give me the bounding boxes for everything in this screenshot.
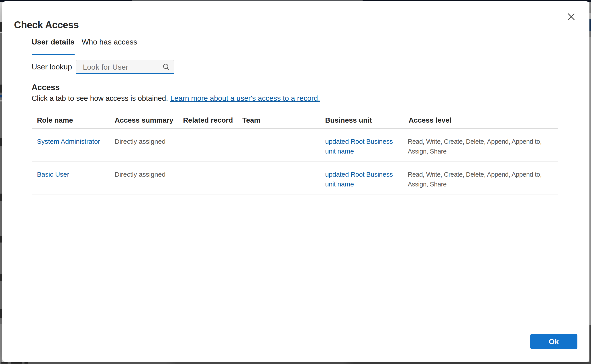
background-fragment [1, 362, 7, 364]
column-header-access-level: Access level [403, 115, 558, 125]
role-name-cell: System Administrator [32, 136, 109, 156]
column-header-role-name: Role name [32, 115, 109, 125]
background-fragment [0, 100, 2, 101]
tab-who-has-access[interactable]: Who has access [79, 37, 140, 55]
background-fragment [0, 274, 2, 281]
background-fragment [0, 22, 2, 32]
table-header-row: Role name Access summary Related record … [32, 113, 558, 129]
close-icon [564, 13, 578, 21]
background-fragment [590, 13, 591, 19]
background-fragment [590, 31, 591, 37]
access-level-cell: Read, Write, Create, Delete, Append, App… [403, 169, 558, 189]
column-header-team: Team [237, 115, 320, 125]
team-cell [237, 169, 320, 189]
role-name-link[interactable]: Basic User [37, 171, 69, 178]
access-summary-cell: Directly assigned [109, 169, 178, 189]
check-access-dialog: Check Access User details Who has access… [2, 1, 590, 362]
background-fragment [0, 236, 2, 242]
user-lookup-input[interactable] [76, 60, 174, 74]
dialog-title: Check Access [14, 19, 79, 31]
background-bottom-bar [0, 362, 591, 364]
background-fragment [590, 2, 591, 13]
business-unit-link[interactable]: updated Root Business unit name [325, 169, 404, 189]
background-fragment [25, 362, 28, 364]
access-level-cell: Read, Write, Create, Delete, Append, App… [403, 136, 558, 156]
text-caret [81, 63, 81, 71]
close-button[interactable] [564, 10, 578, 24]
background-fragment [0, 309, 2, 318]
tab-label: User details [32, 38, 75, 46]
background-fragment [590, 19, 591, 31]
access-section-description: Click a tab to see how access is obtaine… [32, 93, 320, 103]
role-name-link[interactable]: System Administrator [37, 138, 100, 145]
search-icon[interactable] [162, 63, 171, 72]
related-record-cell [178, 169, 237, 189]
role-name-cell: Basic User [32, 169, 109, 189]
background-fragment [590, 325, 591, 362]
user-lookup-field [76, 60, 174, 74]
ok-button[interactable]: Ok [530, 334, 578, 349]
access-table: Role name Access summary Related record … [32, 113, 558, 195]
background-fragment [0, 138, 2, 146]
learn-more-link[interactable]: Learn more about a user's access to a re… [170, 94, 320, 102]
business-unit-cell: updated Root Business unit name [320, 169, 403, 189]
column-header-business-unit: Business unit [320, 115, 403, 125]
table-row: Basic User Directly assigned updated Roo… [32, 162, 558, 195]
related-record-cell [178, 136, 237, 156]
background-fragment [0, 84, 2, 92]
business-unit-link[interactable]: updated Root Business unit name [325, 136, 404, 156]
background-fragment [0, 194, 2, 201]
user-lookup-label: User lookup [32, 62, 72, 72]
tab-bar: User details Who has access [29, 37, 142, 55]
access-section-heading: Access [32, 83, 60, 92]
column-header-related-record: Related record [178, 115, 237, 125]
business-unit-cell: updated Root Business unit name [320, 136, 403, 156]
background-fragment [0, 95, 2, 98]
access-level-text: Read, Write, Create, Delete, Append, App… [408, 136, 557, 156]
background-fragment [0, 324, 2, 362]
access-description-text: Click a tab to see how access is obtaine… [32, 94, 168, 102]
tab-label: Who has access [82, 38, 137, 46]
access-summary-cell: Directly assigned [109, 136, 178, 156]
table-row: System Administrator Directly assigned u… [32, 129, 558, 162]
access-level-text: Read, Write, Create, Delete, Append, App… [408, 169, 557, 189]
team-cell [237, 136, 320, 156]
tab-user-details[interactable]: User details [29, 37, 77, 55]
background-right-strip [590, 2, 591, 362]
background-left-strip [0, 2, 2, 362]
column-header-access-summary: Access summary [109, 115, 178, 125]
background-fragment [11, 362, 22, 364]
